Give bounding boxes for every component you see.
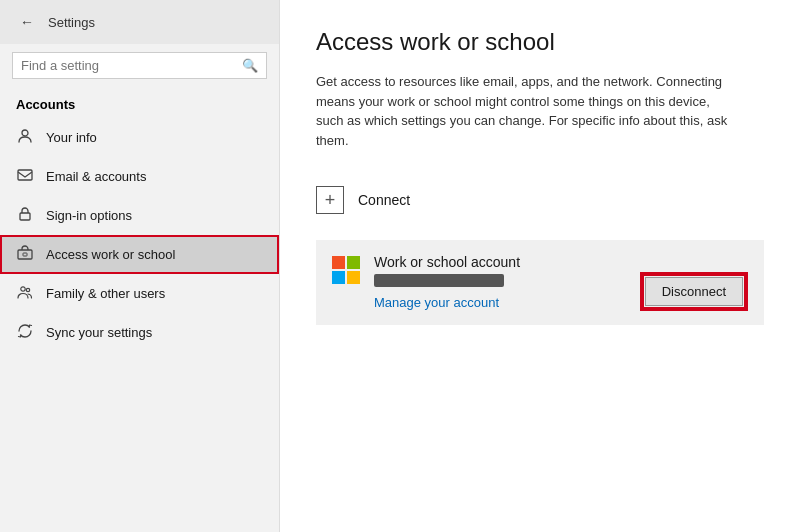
sidebar-item-email-accounts[interactable]: Email & accounts xyxy=(0,157,279,196)
disconnect-area: Disconnect xyxy=(640,272,748,311)
sidebar-title: Settings xyxy=(48,15,95,30)
connect-item[interactable]: + Connect xyxy=(316,174,764,226)
search-icon: 🔍 xyxy=(242,58,258,73)
sidebar-item-sync[interactable]: Sync your settings xyxy=(0,313,279,352)
sidebar-item-sync-label: Sync your settings xyxy=(46,325,152,340)
ms-logo-red xyxy=(332,256,345,269)
svg-rect-2 xyxy=(20,213,30,220)
disconnect-button-wrapper: Disconnect xyxy=(640,272,748,311)
ms-logo-green xyxy=(347,256,360,269)
svg-rect-4 xyxy=(23,253,27,256)
access-work-icon xyxy=(16,245,34,264)
sidebar-item-sign-in-label: Sign-in options xyxy=(46,208,132,223)
back-button[interactable]: ← xyxy=(16,12,38,32)
connect-label: Connect xyxy=(358,192,410,208)
sign-in-icon xyxy=(16,206,34,225)
svg-point-5 xyxy=(21,287,25,291)
sync-icon xyxy=(16,323,34,342)
sidebar-item-access-work[interactable]: Access work or school xyxy=(0,235,279,274)
sidebar-item-family-label: Family & other users xyxy=(46,286,165,301)
accounts-section-label: Accounts xyxy=(0,87,279,118)
account-email-redacted xyxy=(374,274,504,287)
main-content: Access work or school Get access to reso… xyxy=(280,0,800,532)
ms-logo-blue xyxy=(332,271,345,284)
svg-point-6 xyxy=(26,288,29,291)
svg-rect-3 xyxy=(18,250,32,259)
search-input[interactable] xyxy=(21,58,242,73)
connect-plus-icon: + xyxy=(316,186,344,214)
sidebar-item-email-accounts-label: Email & accounts xyxy=(46,169,146,184)
ms-logo-yellow xyxy=(347,271,360,284)
search-box[interactable]: 🔍 xyxy=(12,52,267,79)
sidebar-item-your-info-label: Your info xyxy=(46,130,97,145)
svg-rect-1 xyxy=(18,170,32,180)
account-name: Work or school account xyxy=(374,254,748,270)
your-info-icon xyxy=(16,128,34,147)
microsoft-logo xyxy=(332,256,360,284)
page-title: Access work or school xyxy=(316,28,764,56)
svg-point-0 xyxy=(22,130,28,136)
sidebar-item-access-work-label: Access work or school xyxy=(46,247,175,262)
email-accounts-icon xyxy=(16,167,34,186)
sidebar-header: ← Settings xyxy=(0,0,279,44)
page-description: Get access to resources like email, apps… xyxy=(316,72,736,150)
sidebar-item-sign-in[interactable]: Sign-in options xyxy=(0,196,279,235)
sidebar-item-your-info[interactable]: Your info xyxy=(0,118,279,157)
sidebar: ← Settings 🔍 Accounts Your info Email & … xyxy=(0,0,280,532)
account-card: Work or school account Manage your accou… xyxy=(316,240,764,325)
manage-account-link[interactable]: Manage your account xyxy=(374,295,499,310)
family-icon xyxy=(16,284,34,303)
sidebar-item-family[interactable]: Family & other users xyxy=(0,274,279,313)
disconnect-button[interactable]: Disconnect xyxy=(645,277,743,306)
